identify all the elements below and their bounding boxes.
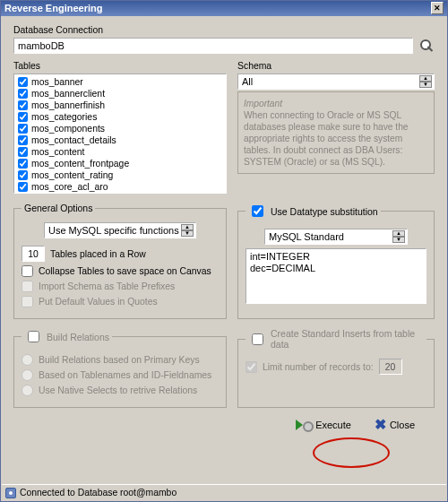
execute-button[interactable]: Execute (290, 413, 357, 437)
table-name: mos_content_rating (31, 170, 113, 180)
schema-combo-value: All (242, 76, 253, 87)
table-name: mos_content (31, 147, 85, 157)
table-name: mos_content_frontpage (31, 159, 129, 169)
schema-important-box: Important When connecting to Oracle or M… (237, 91, 435, 174)
table-row[interactable]: mos_bannerclient (16, 88, 224, 100)
table-checkbox[interactable] (18, 182, 28, 192)
build-relations-checkbox[interactable] (28, 331, 39, 342)
table-checkbox[interactable] (18, 170, 28, 180)
browse-connection-icon[interactable] (418, 38, 435, 54)
import-schema-prefix-checkbox (22, 281, 33, 292)
execute-label: Execute (315, 420, 351, 430)
table-row[interactable]: mos_contact_details (16, 134, 224, 146)
status-text: Connected to Database root@mambo (20, 488, 177, 498)
create-inserts-checkbox[interactable] (252, 333, 263, 345)
table-name: mos_categories (31, 112, 97, 122)
chevron-up-icon[interactable]: ▲ (181, 224, 194, 230)
subst-line: int=INTEGER (250, 251, 422, 263)
schema-label: Schema (237, 61, 435, 71)
table-checkbox[interactable] (18, 89, 28, 99)
general-func-combo[interactable]: Use MySQL specific functions ▲▼ (44, 222, 196, 238)
general-options-title: General Options (22, 203, 95, 213)
table-name: mos_contact_details (31, 135, 116, 145)
subst-combo[interactable]: MySQL Standard ▲▼ (264, 229, 408, 245)
chevron-down-icon[interactable]: ▼ (419, 82, 432, 88)
tables-listbox[interactable]: mos_bannermos_bannerclientmos_bannerfini… (13, 74, 227, 194)
execute-icon (296, 417, 312, 433)
connection-status-icon (5, 488, 16, 498)
table-row[interactable]: mos_content_rating (16, 169, 224, 181)
highlight-oval (313, 437, 390, 468)
table-checkbox[interactable] (18, 135, 28, 145)
relations-pk-radio (22, 354, 33, 366)
table-row[interactable]: mos_content_frontpage (16, 158, 224, 169)
db-connection-label: Database Connection (13, 25, 435, 35)
table-checkbox[interactable] (18, 112, 28, 122)
table-checkbox[interactable] (18, 124, 28, 134)
chevron-down-icon[interactable]: ▼ (392, 237, 405, 243)
collapse-tables-label: Collapse Tables to save space on Canvas (39, 266, 211, 276)
collapse-tables-checkbox[interactable] (22, 265, 33, 277)
create-inserts-title: Create Standard Inserts from table data (271, 328, 424, 350)
relations-names-radio (22, 369, 33, 381)
subst-combo-value: MySQL Standard (269, 231, 344, 242)
subst-mapping-box[interactable]: int=INTEGERdec=DECIMAL (246, 248, 426, 304)
table-name: mos_bannerfinish (31, 100, 105, 110)
tables-per-row-label: Tables placed in a Row (50, 249, 146, 259)
table-name: mos_banner (31, 77, 83, 87)
schema-important-text: When connecting to Oracle or MS SQL data… (244, 109, 428, 168)
relations-native-label: Use Native Selects to retrive Relations (39, 385, 197, 395)
subst-line: dec=DECIMAL (250, 263, 422, 274)
limit-records-checkbox (246, 361, 257, 373)
window-title: Reverse Engineering (4, 1, 102, 16)
close-label: Close (390, 420, 415, 430)
limit-records-input (379, 359, 402, 375)
table-row[interactable]: mos_bannerfinish (16, 100, 224, 111)
table-name: mos_bannerclient (31, 89, 105, 99)
table-row[interactable]: mos_components (16, 123, 224, 134)
chevron-down-icon[interactable]: ▼ (181, 230, 194, 237)
table-name: mos_components (31, 124, 105, 134)
table-row[interactable]: mos_banner (16, 76, 224, 88)
close-button[interactable]: ✖ Close (369, 413, 420, 437)
chevron-up-icon[interactable]: ▲ (392, 230, 405, 237)
quote-defaults-checkbox (22, 296, 33, 307)
table-name: mos_core_acl_aro (31, 182, 108, 192)
table-row[interactable]: mos_content (16, 146, 224, 158)
build-relations-title: Build Relations (47, 332, 109, 342)
chevron-up-icon[interactable]: ▲ (419, 75, 432, 82)
close-x-icon: ✖ (375, 419, 386, 431)
limit-records-label: Limit number of records to: (263, 362, 374, 372)
close-icon[interactable]: ✕ (431, 2, 444, 14)
tables-per-row-input[interactable] (22, 246, 45, 262)
table-row[interactable]: mos_core_acl_aro (16, 181, 224, 193)
schema-combo[interactable]: All ▲▼ (237, 74, 435, 90)
general-func-value: Use MySQL specific functions (48, 225, 179, 236)
relations-pk-label: Build Relations based on Primary Keys (39, 355, 200, 365)
tables-label: Tables (13, 61, 227, 71)
relations-names-label: Based on Tablenames and ID-Fieldnames (39, 370, 211, 380)
import-schema-prefix-label: Import Schema as Table Prefixes (39, 281, 175, 291)
table-checkbox[interactable] (18, 77, 28, 87)
table-checkbox[interactable] (18, 147, 28, 157)
relations-native-radio (22, 385, 33, 396)
use-subst-title: Use Datatype substitution (271, 206, 378, 217)
schema-important-title: Important (244, 98, 428, 109)
table-checkbox[interactable] (18, 159, 28, 169)
quote-defaults-label: Put Default Values in Quotes (39, 297, 158, 307)
db-connection-input[interactable] (13, 38, 413, 54)
use-subst-checkbox[interactable] (252, 205, 263, 217)
table-row[interactable]: mos_categories (16, 111, 224, 123)
table-checkbox[interactable] (18, 100, 28, 110)
